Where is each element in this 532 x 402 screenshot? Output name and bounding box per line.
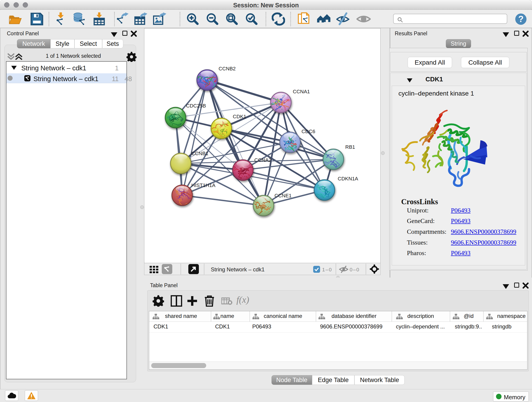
svg-text:CDKN1A: CDKN1A (338, 176, 358, 182)
svg-text:CDC6: CDC6 (302, 128, 315, 134)
svg-text:HIST1H1A: HIST1H1A (191, 182, 215, 188)
svg-text:CCNE1: CCNE1 (274, 193, 292, 198)
svg-text:CCNA2: CCNA2 (254, 157, 272, 163)
svg-text:RB1: RB1 (345, 144, 355, 150)
svg-text:CCNB1: CCNB1 (191, 151, 209, 156)
svg-text:CCNB2: CCNB2 (219, 66, 236, 71)
svg-text:CDK1: CDK1 (233, 114, 246, 119)
svg-text:CCNA1: CCNA1 (293, 89, 310, 95)
svg-text:CDC25B: CDC25B (186, 103, 206, 109)
